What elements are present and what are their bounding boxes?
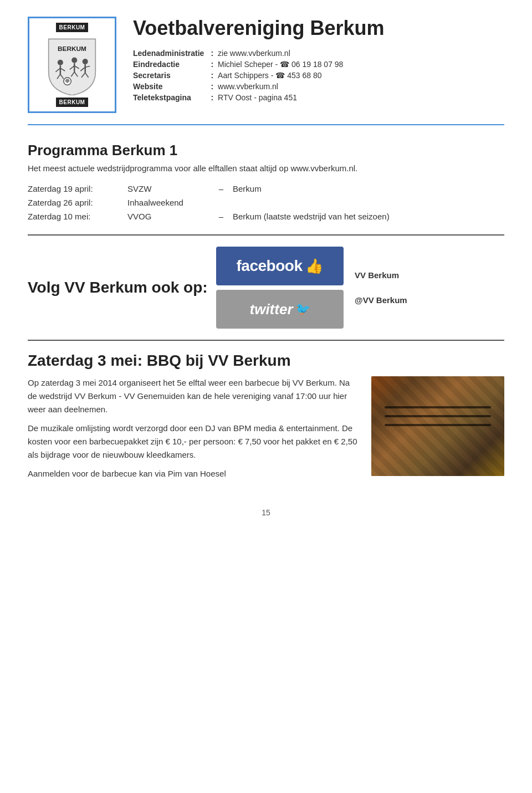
svg-point-7	[71, 57, 77, 63]
facebook-thumb-icon: 👍	[305, 258, 323, 275]
programma-subtitle: Het meest actuele wedstrijdprogramma voo…	[28, 163, 504, 173]
dash: –	[216, 209, 233, 223]
info-label: Eindredactie	[133, 59, 206, 70]
info-value: RTV Oost - pagina 451	[218, 92, 346, 103]
header-info: Voetbalvereniging Berkum Ledenadministra…	[133, 17, 504, 103]
grill-line	[385, 415, 491, 417]
info-colon: :	[206, 59, 218, 70]
info-label: Teletekstpagina	[133, 92, 206, 103]
schedule-row-1: Zaterdag 26 april: Inhaalweekend	[28, 196, 396, 209]
logo-area: BERKUM BERKUM	[28, 17, 116, 113]
schedule-date: Zaterdag 26 april:	[28, 196, 127, 209]
social-logos: facebook 👍 twitter 🐦	[216, 247, 344, 329]
team-left: Inhaalweekend	[127, 196, 216, 209]
twitter-bird-icon: 🐦	[295, 302, 310, 316]
info-row-eindredactie: Eindredactie : Michiel Scheper - ☎ 06 19…	[133, 59, 346, 70]
team-left: SVZW	[127, 182, 216, 196]
divider-2	[28, 340, 504, 341]
social-section: Volg VV Berkum ook op: facebook 👍 twitte…	[28, 247, 504, 329]
social-handles: VV Berkum @VV Berkum	[355, 270, 407, 305]
team-right: Berkum (laatste wedstrijd van het seizoe…	[233, 209, 396, 223]
schedule-date: Zaterdag 19 april:	[28, 182, 127, 196]
schedule-row-0: Zaterdag 19 april: SVZW – Berkum	[28, 182, 396, 196]
info-value: Michiel Scheper - ☎ 06 19 18 07 98	[218, 59, 346, 70]
twitter-text: twitter	[250, 301, 293, 318]
info-colon: :	[206, 92, 218, 103]
bbq-text: Op zaterdag 3 mei 2014 organiseert het 5…	[28, 376, 360, 486]
bbq-section: Zaterdag 3 mei: BBQ bij VV Berkum Op zat…	[28, 352, 504, 486]
programma-title: Programma Berkum 1	[28, 142, 504, 159]
bbq-content: Op zaterdag 3 mei 2014 organiseert het 5…	[28, 376, 504, 486]
info-value: Aart Schippers - ☎ 453 68 80	[218, 70, 346, 81]
logo-figure: BERKUM	[36, 34, 108, 95]
info-row-secretaris: Secretaris : Aart Schippers - ☎ 453 68 8…	[133, 70, 346, 81]
info-label: Ledenadministratie	[133, 48, 206, 59]
logo-badge-top: BERKUM	[56, 23, 89, 32]
grill-line	[385, 424, 491, 426]
logo-row: BERKUM	[36, 34, 108, 95]
schedule-row-2: Zaterdag 10 mei: VVOG – Berkum (laatste …	[28, 209, 396, 223]
dash: –	[216, 182, 233, 196]
svg-point-1	[58, 60, 63, 65]
info-row-teletekst: Teletekstpagina : RTV Oost - pagina 451	[133, 92, 346, 103]
info-value: www.vvberkum.nl	[218, 81, 346, 92]
facebook-box[interactable]: facebook 👍	[216, 247, 344, 285]
page-number: 15	[28, 508, 504, 517]
info-row-website: Website : www.vvberkum.nl	[133, 81, 346, 92]
bbq-paragraph-3: Aanmelden voor de barbecue kan via Pim v…	[28, 467, 360, 480]
team-right: Berkum	[233, 182, 396, 196]
info-label: Secretaris	[133, 70, 206, 81]
social-title: Volg VV Berkum ook op:	[28, 279, 216, 296]
info-row-ledenadmin: Ledenadministratie : zie www.vvberkum.nl	[133, 48, 346, 59]
twitter-box[interactable]: twitter 🐦	[216, 290, 344, 329]
team-right	[233, 196, 396, 209]
programma-section: Programma Berkum 1 Het meest actuele wed…	[28, 142, 504, 223]
svg-text:BERKUM: BERKUM	[58, 45, 86, 53]
info-colon: :	[206, 70, 218, 81]
facebook-handle: VV Berkum	[355, 270, 407, 280]
bbq-paragraph-1: Op zaterdag 3 mei 2014 organiseert het 5…	[28, 376, 360, 416]
grill-lines	[385, 406, 491, 426]
bbq-title: Zaterdag 3 mei: BBQ bij VV Berkum	[28, 352, 504, 370]
info-table: Ledenadministratie : zie www.vvberkum.nl…	[133, 48, 346, 103]
schedule-table: Zaterdag 19 april: SVZW – Berkum Zaterda…	[28, 182, 396, 223]
bbq-image-placeholder	[371, 376, 504, 476]
info-colon: :	[206, 81, 218, 92]
logo-badge-bottom: BERKUM	[56, 98, 89, 107]
header-section: BERKUM BERKUM	[28, 17, 504, 125]
header-title: Voetbalvereniging Berkum	[133, 17, 504, 40]
bbq-image	[371, 376, 504, 476]
twitter-handle: @VV Berkum	[355, 295, 407, 305]
info-colon: :	[206, 48, 218, 59]
info-value: zie www.vvberkum.nl	[218, 48, 346, 59]
svg-point-13	[83, 59, 88, 64]
grill-line	[385, 406, 491, 408]
divider-1	[28, 234, 504, 236]
bbq-paragraph-2: De muzikale omlijsting wordt verzorgd do…	[28, 422, 360, 462]
schedule-date: Zaterdag 10 mei:	[28, 209, 127, 223]
info-label: Website	[133, 81, 206, 92]
dash	[216, 196, 233, 209]
facebook-text: facebook	[237, 257, 303, 275]
logo-box: BERKUM BERKUM	[28, 17, 116, 113]
team-left: VVOG	[127, 209, 216, 223]
